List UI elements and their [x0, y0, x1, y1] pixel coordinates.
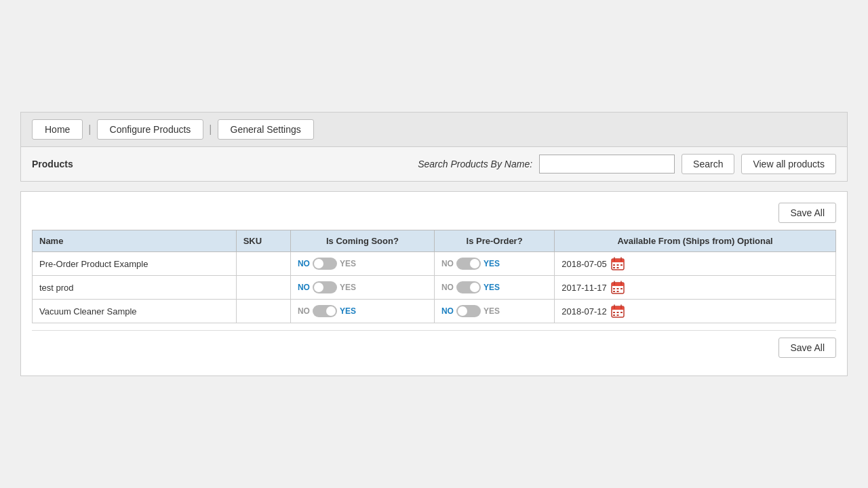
table-row: Vacuum Cleaner Sample NO YES NO YES 2018…: [33, 300, 836, 323]
save-all-bottom-row: Save All: [32, 338, 836, 358]
table-row: test prod NO YES NO YES 2017-11-17: [33, 276, 836, 300]
cell-pre-order: NO YES: [434, 252, 554, 276]
svg-rect-2: [612, 261, 624, 262]
svg-rect-16: [616, 288, 618, 289]
svg-rect-6: [616, 264, 618, 266]
coming-soon-toggle-1-no-label: NO: [298, 283, 310, 292]
coming-soon-toggle-1[interactable]: [313, 281, 337, 293]
page-wrapper: Home | Configure Products | General Sett…: [20, 112, 848, 376]
search-label: Search Products By Name:: [418, 159, 532, 169]
cell-sku: [236, 300, 290, 323]
pre-order-toggle-1-yes-label: YES: [484, 283, 500, 292]
pre-order-toggle-1[interactable]: [456, 281, 481, 293]
svg-rect-27: [620, 312, 623, 313]
svg-rect-26: [616, 312, 618, 313]
cell-pre-order: NO YES: [434, 300, 554, 323]
coming-soon-toggle-0-group: NO YES: [298, 258, 427, 270]
cell-sku: [236, 252, 290, 276]
svg-rect-19: [616, 291, 618, 292]
svg-rect-15: [613, 288, 615, 289]
svg-rect-5: [613, 264, 615, 266]
svg-rect-25: [613, 312, 615, 313]
cell-coming-soon: NO YES: [290, 300, 434, 323]
cell-pre-order: NO YES: [434, 276, 554, 300]
pre-order-toggle-0-group: NO YES: [441, 258, 547, 270]
svg-rect-8: [613, 267, 615, 268]
main-content: Save All Name SKU Is Coming Soon? Is Pre…: [20, 191, 848, 376]
svg-rect-22: [612, 308, 624, 310]
pre-order-toggle-0-no-label: NO: [441, 259, 454, 268]
svg-rect-9: [616, 267, 618, 268]
table-row: Pre-Order Product Example NO YES NO YES …: [33, 252, 836, 276]
col-header-sku: SKU: [236, 230, 290, 252]
view-all-products-button[interactable]: View all products: [741, 154, 836, 174]
cell-name: Pre-Order Product Example: [33, 252, 237, 276]
svg-rect-12: [612, 285, 624, 286]
search-button[interactable]: Search: [682, 154, 734, 174]
date-value: 2018-07-05: [561, 259, 607, 269]
save-all-button-top[interactable]: Save All: [778, 203, 836, 223]
pre-order-toggle-2-no-label: NO: [441, 306, 454, 316]
products-table: Name SKU Is Coming Soon? Is Pre-Order? A…: [32, 230, 836, 323]
cell-coming-soon: NO YES: [290, 252, 434, 276]
nav-tab-general-settings[interactable]: General Settings: [218, 119, 314, 140]
coming-soon-toggle-0-no-label: NO: [298, 259, 310, 268]
coming-soon-toggle-0-yes-label: YES: [340, 259, 356, 268]
nav-tab-configure-products[interactable]: Configure Products: [97, 119, 204, 140]
date-value: 2017-11-17: [561, 283, 607, 293]
pre-order-toggle-2-group: NO YES: [441, 305, 547, 317]
nav-bar: Home | Configure Products | General Sett…: [20, 112, 848, 147]
pre-order-toggle-0[interactable]: [456, 258, 481, 270]
svg-rect-28: [613, 314, 615, 316]
coming-soon-toggle-0[interactable]: [313, 258, 337, 270]
cell-sku: [236, 276, 290, 300]
save-all-top-row: Save All: [32, 203, 836, 223]
divider: [32, 330, 836, 331]
coming-soon-toggle-2-no-label: NO: [298, 306, 310, 316]
col-header-pre-order: Is Pre-Order?: [434, 230, 554, 252]
cell-available-from: 2018-07-12: [555, 300, 836, 323]
pre-order-toggle-0-yes-label: YES: [484, 259, 500, 268]
cell-name: Vacuum Cleaner Sample: [33, 300, 237, 323]
date-value: 2018-07-12: [561, 306, 607, 317]
calendar-icon[interactable]: [611, 281, 625, 294]
cell-available-from: 2018-07-05: [555, 252, 836, 276]
coming-soon-toggle-2-group: NO YES: [298, 305, 427, 317]
save-all-button-bottom[interactable]: Save All: [778, 338, 836, 358]
cell-available-from: 2017-11-17: [555, 276, 836, 300]
coming-soon-toggle-1-yes-label: YES: [340, 283, 356, 292]
calendar-icon[interactable]: [611, 304, 625, 318]
coming-soon-toggle-2-yes-label: YES: [340, 306, 356, 316]
cell-coming-soon: NO YES: [290, 276, 434, 300]
pre-order-toggle-1-no-label: NO: [441, 283, 454, 292]
col-header-name: Name: [33, 230, 237, 252]
nav-tab-home[interactable]: Home: [32, 119, 83, 140]
col-header-available-from: Available From (Ships from) Optional: [555, 230, 836, 252]
coming-soon-toggle-2[interactable]: [313, 305, 337, 317]
nav-separator-1: |: [85, 123, 94, 136]
products-header: Products Search Products By Name: Search…: [20, 147, 848, 182]
cell-name: test prod: [33, 276, 237, 300]
calendar-icon[interactable]: [611, 257, 625, 270]
page-title: Products: [32, 159, 73, 169]
svg-rect-7: [620, 264, 623, 266]
pre-order-toggle-2[interactable]: [456, 305, 481, 317]
pre-order-toggle-2-yes-label: YES: [484, 306, 500, 316]
svg-rect-29: [616, 314, 618, 316]
nav-separator-2: |: [206, 123, 214, 136]
svg-rect-17: [620, 288, 623, 289]
col-header-coming-soon: Is Coming Soon?: [290, 230, 434, 252]
svg-rect-18: [613, 291, 615, 292]
pre-order-toggle-1-group: NO YES: [441, 281, 547, 293]
coming-soon-toggle-1-group: NO YES: [298, 281, 427, 293]
search-input[interactable]: [539, 155, 675, 174]
